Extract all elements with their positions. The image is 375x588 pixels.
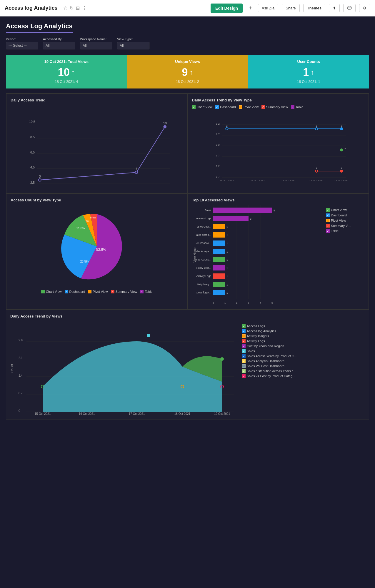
user-counts-arrow: ↑ <box>311 68 314 76</box>
svg-text:Access Logs: Access Logs <box>196 217 211 220</box>
kpi-user-counts-title: User Counts <box>297 59 320 64</box>
bottom-y-label-container: Count <box>10 321 14 415</box>
export-button[interactable]: ⬆ <box>329 4 340 12</box>
svg-text:16 Oct 2021: 16 Oct 2021 <box>250 180 265 181</box>
top10-legend: ✓ Chart View ✓ Dashboard Pivot View ✓ Su… <box>326 205 364 305</box>
kpi-total-views: 19 Oct 2021: Total Views 10 ↑ 18 Oct 202… <box>6 55 127 88</box>
svg-text:17 Oct 2021: 17 Oct 2021 <box>129 412 145 415</box>
daily-trend-by-views-title: Daily Access Trend by Views <box>10 314 365 318</box>
pie-legend-summary: ✓ Summary View <box>111 290 137 293</box>
settings-button[interactable]: ⚙ <box>359 4 370 12</box>
svg-text:2: 2 <box>236 302 238 304</box>
legend-activity-logs: ✓ Activity Logs <box>242 339 301 343</box>
svg-text:6.5: 6.5 <box>30 151 35 154</box>
period-label: Period: <box>6 37 38 41</box>
legend-chart-view: ✓ Chart View <box>192 105 213 109</box>
svg-text:16 Oct 2021: 16 Oct 2021 <box>79 412 95 415</box>
svg-point-121 <box>221 358 224 360</box>
more-icon[interactable]: ⋮ <box>82 5 87 11</box>
top10-bar-area: View Name 0 1 2 3 4 5 <box>192 205 323 305</box>
svg-rect-75 <box>213 224 225 229</box>
svg-text:4: 4 <box>136 167 137 171</box>
svg-text:2.8: 2.8 <box>19 339 23 342</box>
svg-text:Sales vs Cost...: Sales vs Cost... <box>196 225 211 228</box>
pie-chart-svg: 52.9% 23.5% 11.8% 7% 5.9% <box>56 205 138 288</box>
svg-text:10.5: 10.5 <box>29 120 35 123</box>
page-title: Access log Analytics <box>5 5 57 11</box>
top10-legend-pivot: Pivot View <box>326 219 364 222</box>
period-select[interactable]: --- Select --- <box>6 42 38 49</box>
svg-text:1: 1 <box>226 258 228 261</box>
kpi-user-counts: User Counts 1 ↑ 18 Oct 2021: 1 <box>248 55 369 88</box>
svg-text:2.2: 2.2 <box>216 143 220 146</box>
kpi-unique-views-prev: 18 Oct 2021: 2 <box>176 80 199 84</box>
legend-cost-by-years: ✓ Cost by Years and Region <box>242 344 301 348</box>
svg-text:1: 1 <box>226 283 228 286</box>
svg-text:23.5%: 23.5% <box>80 260 89 263</box>
legend-access-logs: ✓ Access Logs <box>242 324 301 328</box>
accessed-by-select[interactable]: All <box>43 42 75 49</box>
kpi-unique-views: Unique Views 9 ↑ 18 Oct 2021: 2 <box>127 55 248 88</box>
plus-button[interactable]: + <box>246 4 254 13</box>
charts-row-middle: Access Count by View Type <box>6 193 369 310</box>
daily-trend-svg: 2.5 4.5 6.5 8.5 10.5 15 Oct 2021 16 Oct … <box>11 105 183 188</box>
svg-text:1: 1 <box>224 302 226 304</box>
svg-text:4.5: 4.5 <box>30 166 35 169</box>
svg-text:Sales distrib...: Sales distrib... <box>196 233 211 236</box>
svg-text:3: 3 <box>39 175 41 178</box>
chart-view-icon: ✓ <box>192 105 196 109</box>
edit-design-button[interactable]: Edit Design <box>211 4 243 13</box>
dashboard-title: Access Log Analytics <box>6 22 73 33</box>
svg-rect-90 <box>213 265 225 270</box>
svg-text:1: 1 <box>226 291 228 294</box>
kpi-user-counts-prev: 18 Oct 2021: 1 <box>297 80 320 84</box>
kpi-total-views-title: 19 Oct 2021: Total Views <box>44 59 89 64</box>
ask-zia-button[interactable]: Ask Zia <box>258 4 278 12</box>
top10-svg: 0 1 2 3 4 5 <box>196 205 282 305</box>
kpi-unique-views-title: Unique Views <box>175 59 200 64</box>
refresh-icon[interactable]: ↻ <box>70 5 74 11</box>
svg-text:18 Oct 2021: 18 Oct 2021 <box>309 180 324 181</box>
svg-point-15 <box>39 179 41 181</box>
bottom-y-label: Count <box>10 364 14 372</box>
svg-point-42 <box>340 128 343 130</box>
svg-text:3: 3 <box>316 124 317 127</box>
svg-text:2: 2 <box>344 148 346 151</box>
svg-text:Sales Analys...: Sales Analys... <box>196 250 211 253</box>
svg-text:10: 10 <box>163 121 167 125</box>
legend-sales-vs-cost: Sales VS Cost Dashboard <box>242 364 301 368</box>
bottom-chart-container: Count 0 0.7 1.4 2.1 2.8 15 Oct 2021 16 O <box>10 321 365 415</box>
svg-text:Sales Across...: Sales Across... <box>196 258 211 261</box>
kpi-unique-views-value: 9 ↑ <box>182 66 193 78</box>
svg-text:7%: 7% <box>86 220 89 223</box>
svg-rect-87 <box>213 257 225 262</box>
svg-rect-78 <box>213 232 225 238</box>
grid-icon[interactable]: ⊞ <box>76 5 80 11</box>
svg-rect-99 <box>213 290 225 295</box>
comment-button[interactable]: 💬 <box>343 4 356 12</box>
view-type-trend-svg: 0.7 1.2 1.7 2.2 2.7 3.2 15 Oct 2021 16 O… <box>192 111 365 181</box>
share-button[interactable]: Share <box>282 4 300 12</box>
legend-activity-insights: Activity Insights <box>242 334 301 338</box>
kpi-user-counts-value: 1 ↑ <box>303 66 314 78</box>
svg-text:0.7: 0.7 <box>216 175 220 178</box>
daily-trend-by-views-panel: Daily Access Trend by Views Count 0 0.7 … <box>6 310 369 420</box>
svg-text:1: 1 <box>226 267 228 270</box>
daily-trend-title: Daily Access Trend <box>11 98 183 102</box>
themes-button[interactable]: Themes <box>303 4 325 12</box>
kpi-total-views-prev: 18 Oct 2021: 4 <box>55 80 78 84</box>
svg-rect-69 <box>213 208 272 213</box>
top10-legend-chart-view: ✓ Chart View <box>326 208 364 212</box>
svg-point-17 <box>135 171 138 174</box>
svg-text:1: 1 <box>341 167 342 170</box>
svg-text:2.7: 2.7 <box>216 133 220 136</box>
dashboard-icon: ✓ <box>215 105 219 109</box>
star-icon[interactable]: ☆ <box>63 5 67 11</box>
unique-views-arrow: ↑ <box>190 68 193 76</box>
total-views-arrow: ↑ <box>71 68 75 76</box>
svg-text:Cost by Year...: Cost by Year... <box>196 266 211 269</box>
workspace-select[interactable]: All <box>80 42 112 49</box>
svg-text:3: 3 <box>341 124 342 127</box>
view-type-select[interactable]: All <box>117 42 149 49</box>
svg-text:1: 1 <box>226 242 228 245</box>
